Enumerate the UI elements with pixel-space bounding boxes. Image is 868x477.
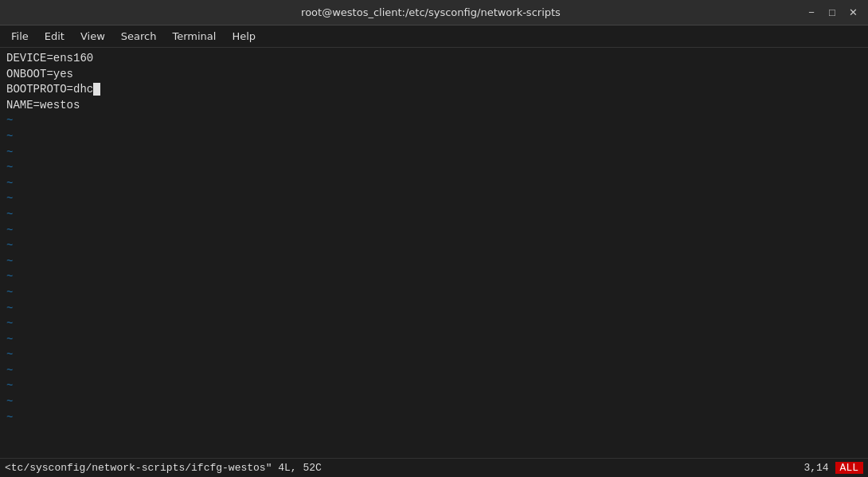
tilde-15: ~ <box>6 332 862 348</box>
tilde-2: ~ <box>6 129 862 145</box>
tilde-9: ~ <box>6 238 862 254</box>
tilde-5: ~ <box>6 176 862 192</box>
close-button[interactable]: ✕ <box>844 4 862 22</box>
tilde-16: ~ <box>6 347 862 363</box>
menu-help[interactable]: Help <box>224 29 264 44</box>
tilde-7: ~ <box>6 207 862 223</box>
menu-bar: File Edit View Search Terminal Help <box>0 25 868 48</box>
tilde-11: ~ <box>6 269 862 285</box>
maximize-button[interactable]: □ <box>823 4 841 22</box>
status-file-info: <tc/sysconfig/network-scripts/ifcfg-west… <box>5 462 322 474</box>
editor-line-2: ONBOOT=yes <box>6 67 862 83</box>
window-title: root@westos_client:/etc/sysconfig/networ… <box>59 6 803 18</box>
menu-view[interactable]: View <box>72 29 113 44</box>
cursor <box>93 83 100 96</box>
tilde-6: ~ <box>6 191 862 207</box>
tilde-12: ~ <box>6 285 862 301</box>
tilde-14: ~ <box>6 316 862 332</box>
tilde-10: ~ <box>6 254 862 270</box>
terminal-window: root@westos_client:/etc/sysconfig/networ… <box>0 0 868 477</box>
editor-line-1: DEVICE=ens160 <box>6 51 862 67</box>
tilde-20: ~ <box>6 410 862 426</box>
tilde-8: ~ <box>6 223 862 239</box>
tilde-4: ~ <box>6 160 862 176</box>
tilde-19: ~ <box>6 394 862 410</box>
menu-file[interactable]: File <box>3 29 37 44</box>
minimize-button[interactable]: − <box>803 4 820 22</box>
editor-line-4: NAME=westos <box>6 98 862 114</box>
tilde-3: ~ <box>6 145 862 161</box>
window-controls: − □ ✕ <box>803 4 862 22</box>
menu-edit[interactable]: Edit <box>37 29 72 44</box>
menu-terminal[interactable]: Terminal <box>164 29 224 44</box>
tilde-18: ~ <box>6 378 862 394</box>
menu-search[interactable]: Search <box>113 29 165 44</box>
status-mode: ALL <box>835 462 863 474</box>
editor-line-3: BOOTPROTO=dhc <box>6 82 862 98</box>
status-bar: <tc/sysconfig/network-scripts/ifcfg-west… <box>0 458 868 477</box>
status-position: 3,14 <box>803 462 828 474</box>
editor-area[interactable]: DEVICE=ens160 ONBOOT=yes BOOTPROTO=dhc N… <box>0 48 868 458</box>
title-bar: root@westos_client:/etc/sysconfig/networ… <box>0 0 868 25</box>
tilde-17: ~ <box>6 363 862 379</box>
status-right: 3,14 ALL <box>803 462 863 474</box>
tilde-1: ~ <box>6 113 862 129</box>
tilde-13: ~ <box>6 301 862 317</box>
